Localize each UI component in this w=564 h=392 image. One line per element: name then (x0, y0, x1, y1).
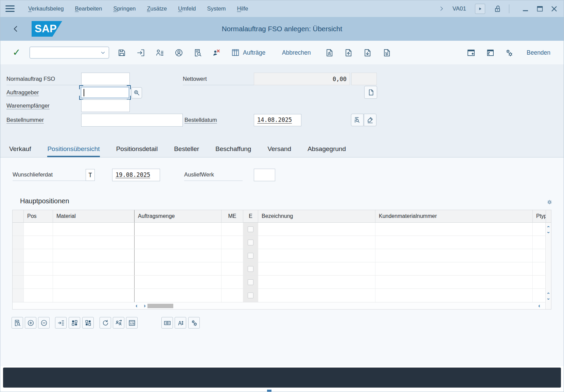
cell-qty[interactable] (135, 289, 222, 302)
orders-button[interactable]: Aufträge (231, 48, 265, 57)
item-checkbox[interactable] (248, 240, 253, 245)
scroll-left-2-icon[interactable]: ‹ (538, 302, 540, 310)
cell-me[interactable] (222, 249, 243, 262)
item-checkbox[interactable] (248, 226, 253, 232)
propose-items-button[interactable] (69, 317, 80, 329)
menu-zusätze[interactable]: Zusätze (147, 5, 167, 12)
scroll-right-icon[interactable]: › (144, 302, 146, 310)
column-header-e[interactable]: E (243, 210, 258, 222)
hamburger-menu-icon[interactable] (5, 5, 15, 12)
cell-material[interactable] (53, 249, 135, 262)
column-header-qty[interactable]: Auftragsmenge (135, 210, 222, 222)
cell-me[interactable] (222, 276, 243, 288)
cell-qty[interactable] (135, 249, 222, 262)
exit-button[interactable]: Beenden (527, 49, 550, 56)
deliv-plant-input[interactable] (254, 169, 275, 181)
chevron-down-icon[interactable] (100, 50, 106, 56)
menu-springen[interactable]: Springen (113, 5, 136, 12)
menu-verkaufsbeleg[interactable]: Verkaufsbeleg (28, 5, 64, 12)
scroll-down-2-icon[interactable]: › (546, 297, 551, 301)
availability-check-button[interactable] (175, 317, 186, 329)
favorite-window-button[interactable] (465, 46, 477, 59)
enter-check-icon[interactable]: ✓ (13, 48, 20, 57)
order-type-input[interactable] (81, 73, 130, 85)
scroll-down-icon[interactable]: › (546, 230, 551, 235)
cell-material[interactable] (53, 289, 135, 302)
scroll-left-icon[interactable]: ‹ (136, 302, 138, 310)
column-header-material[interactable]: Material (53, 210, 135, 222)
tab-versand[interactable]: Versand (267, 145, 291, 157)
cell-material[interactable] (53, 236, 135, 249)
cell-pos[interactable] (24, 262, 53, 275)
menu-hilfe[interactable]: Hilfe (237, 5, 248, 12)
menu-system[interactable]: System (207, 5, 226, 12)
user-account-button[interactable] (173, 46, 185, 59)
scroll-up-2-icon[interactable]: ‹ (546, 291, 551, 296)
maximize-button[interactable] (536, 5, 544, 13)
cell-desc[interactable] (258, 289, 375, 302)
column-header-me[interactable]: ME (222, 210, 243, 222)
next-page-button[interactable] (361, 46, 373, 59)
select-items-button[interactable] (55, 317, 67, 329)
cell-qty[interactable] (135, 236, 222, 249)
cell-ptyp[interactable] (533, 289, 546, 302)
item-status-button[interactable] (100, 317, 111, 329)
cell-desc[interactable] (258, 249, 375, 262)
tab-absagegrund[interactable]: Absagegrund (307, 145, 346, 157)
previous-page-button[interactable] (342, 46, 354, 59)
expand-chevron-icon[interactable] (439, 6, 444, 12)
cell-ptyp[interactable] (533, 223, 546, 236)
cell-sel[interactable] (13, 262, 24, 275)
column-header-custmat[interactable]: Kundenmaterialnummer (375, 210, 533, 222)
cell-pos[interactable] (24, 249, 53, 262)
po-number-input[interactable] (81, 114, 183, 127)
tab-verkauf[interactable]: Verkauf (9, 145, 31, 157)
display-item-search-button[interactable] (12, 317, 23, 329)
close-button[interactable] (550, 5, 558, 13)
cell-desc[interactable] (258, 262, 375, 275)
item-schedule-button[interactable] (126, 317, 138, 329)
po-date-input[interactable]: 14.08.2025 (254, 114, 301, 126)
play-button[interactable] (475, 4, 485, 14)
command-field[interactable] (30, 47, 109, 59)
cell-desc[interactable] (258, 223, 375, 236)
cell-custmat[interactable] (375, 289, 533, 302)
cell-ptyp[interactable] (533, 262, 546, 275)
delete-item-button[interactable] (38, 317, 50, 329)
exit-session-button[interactable] (135, 46, 147, 59)
business-partner-button[interactable] (154, 46, 166, 59)
cell-me[interactable] (222, 262, 243, 275)
cell-desc[interactable] (258, 236, 375, 249)
cell-sel[interactable] (13, 276, 24, 288)
item-checkbox[interactable] (248, 279, 253, 285)
display-document-button[interactable] (192, 46, 204, 59)
cell-sel[interactable] (13, 249, 24, 262)
item-partners-button[interactable] (113, 317, 124, 329)
cell-qty[interactable] (135, 262, 222, 275)
req-deliv-date-input[interactable]: 19.08.2025 (112, 169, 160, 181)
column-header-ptyp[interactable]: Ptyp (533, 210, 546, 222)
item-checkbox[interactable] (248, 293, 253, 298)
editor-pen-button[interactable] (364, 114, 376, 126)
cell-custmat[interactable] (375, 262, 533, 275)
item-conditions-button[interactable] (161, 317, 173, 329)
cell-custmat[interactable] (375, 223, 533, 236)
services-gears-button[interactable] (503, 46, 515, 59)
cell-me[interactable] (222, 236, 243, 249)
cancel-button[interactable]: Abbrechen (282, 49, 311, 56)
column-header-desc[interactable]: Bezeichnung (258, 210, 375, 222)
table-settings-gear-icon[interactable] (546, 199, 553, 206)
tab-beschaffung[interactable]: Beschaffung (215, 145, 251, 157)
last-page-button[interactable] (381, 46, 393, 59)
ship-to-input[interactable] (81, 99, 130, 112)
tab-positionsdetail[interactable]: Positionsdetail (116, 145, 158, 157)
insert-item-button[interactable] (25, 317, 36, 329)
menu-bearbeiten[interactable]: Bearbeiten (75, 5, 102, 12)
copy-document-button[interactable] (364, 86, 377, 99)
save-button[interactable] (116, 46, 128, 59)
cell-me[interactable] (222, 289, 243, 302)
propose-items-alt-button[interactable] (82, 317, 94, 329)
minimize-button[interactable] (522, 5, 530, 13)
tab-positionsübersicht[interactable]: Positionsübersicht (47, 145, 100, 157)
column-header-sel[interactable] (13, 210, 24, 222)
